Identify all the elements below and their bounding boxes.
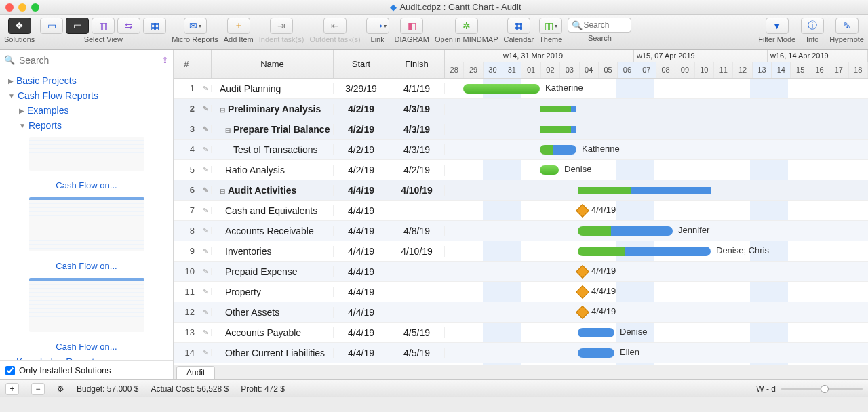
week-header: w15, 07 Apr 2019 <box>634 50 768 62</box>
day-header: 05 <box>599 62 618 78</box>
tree-node[interactable]: ▶Knowledge Reports <box>0 354 173 360</box>
gantt-bar[interactable] <box>578 348 614 358</box>
link-label: Link <box>371 35 384 43</box>
profit-label: Profit: <box>241 384 262 394</box>
calendar-button[interactable]: ▦ <box>507 18 530 34</box>
day-header: 02 <box>541 62 560 78</box>
zoom-slider[interactable] <box>781 388 863 390</box>
bar-label: 4/4/19 <box>591 205 616 215</box>
zoom-icon[interactable] <box>31 3 39 12</box>
add-item-button[interactable]: ＋ <box>227 18 250 34</box>
sheet-tab[interactable]: Audit <box>176 366 215 379</box>
bar-label: 4/4/19 <box>591 286 616 296</box>
gantt-bar[interactable] <box>540 145 576 154</box>
view-btn-1[interactable]: ▭ <box>40 18 63 34</box>
bar-label: Denise <box>620 327 647 337</box>
task-row[interactable]: 14✎Other Current Liabilities4/4/194/5/19… <box>174 343 868 363</box>
task-row[interactable]: 2✎⊟Preliminary Analysis4/2/194/3/19 <box>174 99 868 119</box>
col-name-header[interactable]: Name <box>212 50 334 78</box>
milestone-icon[interactable] <box>576 285 589 299</box>
add-item-label: Add Item <box>224 35 254 43</box>
template-thumbnail[interactable] <box>29 137 144 171</box>
view-btn-5[interactable]: ▦ <box>143 18 166 34</box>
task-row[interactable]: 4✎Test of Transactions4/2/194/3/19Kather… <box>174 140 868 160</box>
hypernote-button[interactable]: ✎ <box>835 18 859 34</box>
task-row[interactable]: 3✎⊟Prepare Trial Balance4/2/194/3/19 <box>174 119 868 140</box>
tree-node[interactable]: ▼Reports <box>0 118 173 133</box>
gear-icon[interactable]: ⚙ <box>57 384 64 394</box>
tree-node[interactable]: ▶Examples <box>0 103 173 118</box>
week-header <box>445 50 500 62</box>
micro-reports-button[interactable]: ✉▾ <box>184 18 207 34</box>
minimize-icon[interactable] <box>18 3 26 12</box>
gantt-bar[interactable] <box>578 247 711 256</box>
task-row[interactable]: 6✎⊟Audit Activities4/4/194/10/19 <box>174 180 868 201</box>
thumbnail-caption[interactable]: Cash Flow on... <box>0 251 173 274</box>
indent-button[interactable]: ⇥ <box>270 18 293 34</box>
info-button[interactable]: ⓘ <box>801 18 824 34</box>
sidebar: 🔍 ⇪ ▶Basic Projects▼Cash Flow Reports▶Ex… <box>0 50 174 379</box>
milestone-icon[interactable] <box>576 306 589 319</box>
tree-node[interactable]: ▶Basic Projects <box>0 73 173 88</box>
task-row[interactable]: 7✎Cash and Equivalents4/4/194/4/19 <box>174 201 868 221</box>
mindmap-button[interactable]: ✲ <box>455 18 478 34</box>
milestone-icon[interactable] <box>576 265 589 279</box>
close-icon[interactable] <box>5 3 14 12</box>
task-row[interactable]: 10✎Prepaid Expense4/4/194/4/19 <box>174 262 868 282</box>
only-installed-checkbox[interactable] <box>5 366 15 375</box>
week-header: w14, 31 Mar 2019 <box>500 50 634 62</box>
search-icon: 🔍 <box>572 20 583 30</box>
gantt-bar[interactable] <box>540 165 559 175</box>
day-header: 13 <box>753 62 772 78</box>
task-row[interactable]: 15✎Income Tax Accrual4/4/194/5/19Katheri… <box>174 363 868 365</box>
day-header: 15 <box>791 62 810 78</box>
outdent-button[interactable]: ⇤ <box>323 18 347 34</box>
solutions-button[interactable]: ❖ <box>8 18 31 34</box>
view-btn-2[interactable]: ▭ <box>66 18 89 34</box>
only-installed-label: Only Installed Solutions <box>19 365 111 375</box>
sidebar-search-input[interactable] <box>19 55 157 66</box>
view-btn-3[interactable]: ▥ <box>92 18 115 34</box>
tree-node[interactable]: ▼Cash Flow Reports <box>0 88 173 103</box>
day-header: 11 <box>714 62 733 78</box>
link-button[interactable]: ⟶▾ <box>366 18 389 34</box>
col-start-header[interactable]: Start <box>334 50 389 78</box>
diagram-button[interactable]: ◧ <box>400 18 423 34</box>
view-btn-4[interactable]: ⇆ <box>117 18 140 34</box>
remove-row-button[interactable]: − <box>31 383 45 395</box>
add-row-button[interactable]: + <box>5 383 19 395</box>
milestone-icon[interactable] <box>576 204 589 218</box>
day-header: 18 <box>849 62 868 78</box>
gantt-bar[interactable] <box>578 328 614 337</box>
task-row[interactable]: 11✎Property4/4/194/4/19 <box>174 282 868 302</box>
thumbnail-caption[interactable]: Cash Flow on... <box>0 332 173 354</box>
gantt-bar[interactable] <box>463 84 540 94</box>
template-thumbnail[interactable] <box>29 278 144 332</box>
task-row[interactable]: 1✎Audit Planning3/29/194/1/19Katherine <box>174 79 868 99</box>
upload-icon[interactable]: ⇪ <box>161 55 169 65</box>
day-header: 30 <box>484 62 502 78</box>
gantt-bar[interactable] <box>540 126 576 133</box>
task-row[interactable]: 12✎Other Assets4/4/194/4/19 <box>174 302 868 323</box>
task-row[interactable]: 8✎Accounts Receivable4/4/194/8/19Jennife… <box>174 221 868 241</box>
week-header: w16, 14 Apr 2019 <box>768 50 868 62</box>
theme-button[interactable]: ▥▾ <box>539 18 562 34</box>
task-row[interactable]: 9✎Inventories4/4/194/10/19Denise; Chris <box>174 241 868 262</box>
gantt-bar[interactable] <box>578 187 711 194</box>
day-header: 07 <box>637 62 656 78</box>
thumbnail-caption[interactable]: Cash Flow on... <box>0 171 173 193</box>
task-row[interactable]: 5✎Ratio Analysis4/2/194/2/19Denise <box>174 160 868 180</box>
filter-button[interactable]: ▼ <box>766 18 789 34</box>
info-label: Info <box>806 35 818 43</box>
col-num-header[interactable]: # <box>174 50 199 78</box>
task-row[interactable]: 13✎Accounts Payable4/4/194/5/19Denise <box>174 323 868 343</box>
col-finish-header[interactable]: Finish <box>389 50 445 78</box>
template-thumbnail[interactable] <box>29 197 144 251</box>
day-header: 01 <box>521 62 540 78</box>
gantt-bar[interactable] <box>540 106 576 112</box>
actual-label: Actual Cost: <box>151 384 195 394</box>
gantt-body[interactable]: 1✎Audit Planning3/29/194/1/19Katherine2✎… <box>174 79 868 365</box>
gantt-bar[interactable] <box>578 226 673 236</box>
gantt-header: # Name Start Finish w14, 31 Mar 2019w15,… <box>174 50 868 79</box>
gantt-area: # Name Start Finish w14, 31 Mar 2019w15,… <box>174 50 868 379</box>
